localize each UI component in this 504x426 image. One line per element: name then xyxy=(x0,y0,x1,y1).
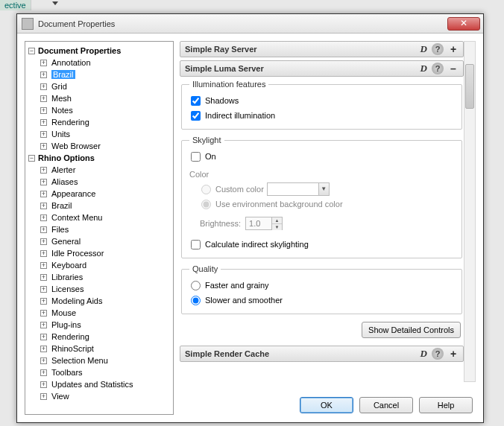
titlebar[interactable]: Document Properties ✕ xyxy=(17,14,483,34)
section-simple-render-cache[interactable]: Simple Render Cache D ? + xyxy=(180,346,464,362)
expand-icon[interactable]: + xyxy=(40,131,47,138)
tree-item[interactable]: +Rendering xyxy=(25,331,173,343)
tree-item[interactable]: +Licenses xyxy=(25,283,173,295)
indirect-illumination-checkbox[interactable] xyxy=(191,111,201,121)
bg-menu-item[interactable]: ective xyxy=(0,0,31,10)
tree-item-label: Alerter xyxy=(51,165,75,174)
collapse-icon[interactable]: – xyxy=(448,63,459,74)
faster-grainy-radio[interactable] xyxy=(191,281,201,290)
ok-button[interactable]: OK xyxy=(300,397,353,413)
expand-icon[interactable]: + xyxy=(40,119,47,126)
expand-icon[interactable]: + xyxy=(448,44,459,54)
expand-icon[interactable]: + xyxy=(40,71,47,78)
tree-item[interactable]: +Keyboard xyxy=(25,259,173,271)
cancel-button[interactable]: Cancel xyxy=(359,397,413,413)
expand-icon[interactable]: + xyxy=(40,262,47,269)
expand-icon[interactable]: + xyxy=(40,381,47,388)
tree-item[interactable]: +Plug-ins xyxy=(25,319,173,331)
shadows-checkbox[interactable] xyxy=(191,96,201,106)
expand-icon[interactable]: + xyxy=(40,179,47,185)
slower-smoother-radio[interactable] xyxy=(191,296,201,305)
skylight-on-checkbox[interactable] xyxy=(191,152,201,162)
expand-icon[interactable]: + xyxy=(40,334,47,340)
collapse-icon[interactable]: − xyxy=(28,155,35,162)
expand-icon[interactable]: + xyxy=(40,238,47,245)
tree-label: Rhino Options xyxy=(38,153,95,162)
expand-icon[interactable]: + xyxy=(40,107,47,114)
expand-icon[interactable]: + xyxy=(40,83,47,90)
tree-item[interactable]: +Libraries xyxy=(25,271,173,283)
tree-item[interactable]: +Alerter xyxy=(25,164,173,176)
expand-icon[interactable]: + xyxy=(40,143,47,150)
tree-item[interactable]: +Annotation xyxy=(25,57,173,69)
tree-item[interactable]: +Files xyxy=(25,223,173,235)
expand-icon[interactable]: + xyxy=(40,310,47,317)
tree-item[interactable]: +Brazil xyxy=(25,200,173,212)
tree-item[interactable]: +Updates and Statistics xyxy=(25,378,173,390)
expand-icon[interactable]: + xyxy=(40,298,47,305)
tree-item-label: Brazil xyxy=(51,201,72,210)
expand-icon[interactable]: + xyxy=(40,214,47,221)
expand-icon[interactable]: + xyxy=(448,349,459,359)
help-icon[interactable]: ? xyxy=(432,43,444,55)
tree-item[interactable]: +Mesh xyxy=(25,92,173,104)
tree-item-label: RhinoScript xyxy=(51,344,94,353)
close-button[interactable]: ✕ xyxy=(447,17,480,31)
vertical-scrollbar[interactable] xyxy=(464,41,476,382)
tree-item-label: Plug-ins xyxy=(51,320,81,329)
slower-smoother-label: Slower and smoother xyxy=(205,296,283,305)
expand-icon[interactable]: + xyxy=(40,346,47,352)
expand-icon[interactable]: + xyxy=(40,357,47,364)
expand-icon[interactable]: + xyxy=(40,95,47,102)
env-color-label: Use environment background color xyxy=(215,200,343,209)
expand-icon[interactable]: + xyxy=(40,60,47,66)
expand-icon[interactable]: + xyxy=(40,393,47,400)
tree-item[interactable]: +Modeling Aids xyxy=(25,295,173,307)
section-simple-luma-server[interactable]: Simple Luma Server D ? – xyxy=(180,60,464,77)
tree-item[interactable]: +Grid xyxy=(25,80,173,92)
tree-item[interactable]: +General xyxy=(25,235,173,247)
tree-item[interactable]: +Aliases xyxy=(25,176,173,188)
tree-item[interactable]: +Web Browser xyxy=(25,140,173,152)
tree-item[interactable]: +Appearance xyxy=(25,188,173,200)
expand-icon[interactable]: + xyxy=(40,226,47,233)
expand-icon[interactable]: + xyxy=(40,369,47,376)
color-dropdown-icon: ▼ xyxy=(319,182,330,196)
tree-root-document-properties[interactable]: − Document Properties xyxy=(25,45,173,57)
tree-item[interactable]: +Brazil xyxy=(25,69,173,80)
expand-icon[interactable]: + xyxy=(40,191,47,197)
calc-indirect-skylighting-label: Calculate indirect skylighting xyxy=(205,240,309,249)
collapse-icon[interactable]: − xyxy=(28,48,35,54)
tree-item[interactable]: +Selection Menu xyxy=(25,355,173,366)
dialog-button-row: OK Cancel Help xyxy=(180,391,476,415)
show-detailed-controls-button[interactable]: Show Detailed Controls xyxy=(362,322,461,338)
scrollbar-thumb[interactable] xyxy=(465,64,474,109)
tree-item[interactable]: +Idle Processor xyxy=(25,247,173,259)
expand-icon[interactable]: + xyxy=(40,250,47,257)
tree-item-label: Units xyxy=(51,130,70,139)
expand-icon[interactable]: + xyxy=(40,167,47,174)
calc-indirect-skylighting-checkbox[interactable] xyxy=(191,240,201,249)
help-icon[interactable]: ? xyxy=(432,348,444,360)
tree-item[interactable]: +Toolbars xyxy=(25,366,173,378)
help-icon[interactable]: ? xyxy=(432,63,444,74)
tree-item[interactable]: +View xyxy=(25,390,173,402)
tree-item[interactable]: +Units xyxy=(25,128,173,140)
expand-icon[interactable]: + xyxy=(40,274,47,281)
brightness-spinner: ▲▼ xyxy=(272,217,283,230)
color-swatch xyxy=(267,182,319,196)
expand-icon[interactable]: + xyxy=(40,203,47,209)
bg-menu-dropdown-icon[interactable] xyxy=(52,1,58,5)
help-button[interactable]: Help xyxy=(419,397,473,413)
expand-icon[interactable]: + xyxy=(40,322,47,328)
tree-item[interactable]: +RhinoScript xyxy=(25,343,173,355)
options-tree[interactable]: − Document Properties +Annotation+Brazil… xyxy=(25,41,174,415)
tree-root-rhino-options[interactable]: − Rhino Options xyxy=(25,152,173,164)
tree-item[interactable]: +Notes xyxy=(25,104,173,116)
expand-icon[interactable]: + xyxy=(40,286,47,293)
tree-item[interactable]: +Rendering xyxy=(25,116,173,128)
document-properties-dialog: Document Properties ✕ − Document Propert… xyxy=(16,13,484,423)
section-simple-ray-server[interactable]: Simple Ray Server D ? + xyxy=(180,41,464,57)
tree-item[interactable]: +Context Menu xyxy=(25,212,173,223)
tree-item[interactable]: +Mouse xyxy=(25,307,173,319)
